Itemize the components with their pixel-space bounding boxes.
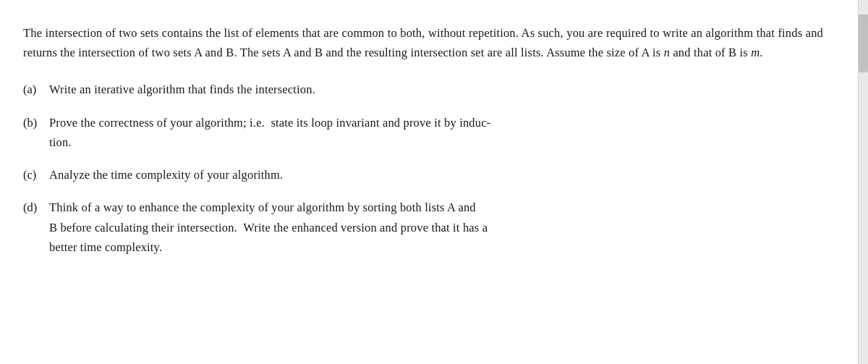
question-d-text: Think of a way to enhance the complexity… xyxy=(49,198,823,257)
variable-m: m xyxy=(751,46,760,59)
question-b-text: Prove the correctness of your algorithm;… xyxy=(49,113,823,152)
intro-paragraph: The intersection of two sets contains th… xyxy=(23,23,823,62)
question-c-label: (c) xyxy=(23,165,49,185)
question-b-label: (b) xyxy=(23,113,49,152)
question-b: (b) Prove the correctness of your algori… xyxy=(23,113,823,152)
question-c-text: Analyze the time complexity of your algo… xyxy=(49,165,823,185)
scrollbar-thumb[interactable] xyxy=(859,14,868,72)
question-a: (a) Write an iterative algorithm that fi… xyxy=(23,80,823,99)
question-c: (c) Analyze the time complexity of your … xyxy=(23,165,823,185)
content-area: The intersection of two sets contains th… xyxy=(0,0,858,364)
question-d-label: (d) xyxy=(23,198,49,257)
question-a-label: (a) xyxy=(23,80,49,99)
page-container: The intersection of two sets contains th… xyxy=(0,0,868,364)
variable-n: n xyxy=(664,46,670,59)
question-a-text: Write an iterative algorithm that finds … xyxy=(49,80,823,99)
question-d: (d) Think of a way to enhance the comple… xyxy=(23,198,823,257)
scrollbar[interactable] xyxy=(858,0,868,364)
